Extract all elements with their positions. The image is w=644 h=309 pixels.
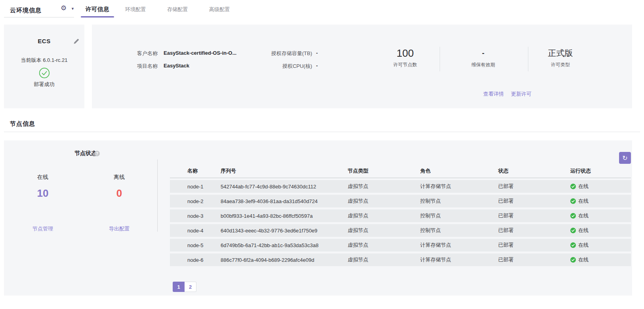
node-status-panel: 节点状态 ? 在线 10 离线 0 节点管理 导出配置 ↻ 名称 序列号 节点类… — [4, 140, 632, 296]
table-row: node-4 640d1343-eeec-4b32-9776-3ed6e1f75… — [170, 224, 631, 237]
cloud-env-screen: 云环境信息 ⚙ ▼ 许可信息 环境配置 存储配置 高级配置 ECS 当前版本 6… — [0, 0, 644, 309]
table-row: node-5 6d749b5b-6a71-42bb-ab1c-9a53da53c… — [170, 239, 631, 251]
help-icon[interactable]: ? — [94, 151, 100, 156]
col-serial: 序列号 — [221, 167, 348, 175]
field-label-customer: 客户名称 — [106, 50, 158, 57]
view-details-link[interactable]: 查看详情 — [483, 90, 504, 98]
online-status-icon — [570, 257, 576, 263]
refresh-button[interactable]: ↻ — [619, 152, 631, 164]
online-status-icon — [570, 228, 576, 233]
field-label-project: 项目名称 — [106, 63, 158, 70]
product-name: ECS — [4, 38, 84, 44]
stat-maintenance-validity: - 维保有效期 — [452, 48, 515, 68]
license-panel: 客户名称 EasyStack-certified-OS-in-O... 授权存储… — [92, 25, 632, 108]
field-label-storage-capacity: 授权存储容量(TB) — [253, 50, 312, 57]
refresh-icon: ↻ — [622, 154, 627, 162]
current-version: 当前版本 6.0.1-rc.21 — [4, 57, 84, 64]
success-check-icon — [4, 67, 84, 79]
tab-advanced-config[interactable]: 高级配置 — [204, 0, 234, 19]
page-button-2[interactable]: 2 — [185, 282, 196, 292]
node-info-title: 节点信息 — [10, 120, 35, 128]
table-header: 名称 序列号 节点类型 角色 状态 运行状态 — [170, 164, 631, 178]
node-status-title: 节点状态 — [74, 150, 97, 157]
field-value-cpu: - — [316, 63, 318, 69]
tab-license-info[interactable]: 许可信息 — [81, 0, 114, 19]
offline-count-block: 离线 0 — [99, 174, 139, 200]
tab-bar: 许可信息 环境配置 存储配置 高级配置 — [81, 0, 234, 19]
col-role: 角色 — [420, 167, 498, 175]
caret-down-icon[interactable]: ▼ — [71, 7, 74, 11]
export-config-link[interactable]: 导出配置 — [99, 225, 139, 232]
table-row: node-1 542744ab-fc77-4c9d-88eb-9c74630dc… — [170, 180, 631, 193]
tab-env-config[interactable]: 环境配置 — [120, 0, 151, 19]
table-row: node-2 84aea738-3ef9-4036-81aa-da31d540d… — [170, 195, 631, 207]
node-manage-link[interactable]: 节点管理 — [23, 225, 63, 232]
vertical-divider — [157, 159, 158, 232]
field-value-storage-capacity: - — [316, 50, 318, 56]
pagination: 1 2 — [173, 282, 196, 292]
license-links: 查看详情 更新许可 — [483, 90, 532, 98]
stat-divider — [528, 47, 528, 71]
title-divider — [4, 17, 74, 17]
tab-storage-config[interactable]: 存储配置 — [162, 0, 192, 19]
online-status-icon — [570, 213, 576, 219]
stat-licensed-nodes: 100 许可节点数 — [373, 48, 437, 68]
online-status-icon — [570, 184, 576, 189]
col-running-status: 运行状态 — [570, 167, 631, 175]
table-row: node-3 b00bf933-1e41-4a93-82bc-86ffcf505… — [170, 209, 631, 222]
section-divider — [4, 132, 640, 132]
col-status: 状态 — [498, 167, 570, 175]
edit-icon[interactable] — [73, 38, 80, 44]
product-card: ECS 当前版本 6.0.1-rc.21 部署成功 — [4, 25, 84, 108]
field-label-cpu: 授权CPU(核) — [253, 63, 312, 70]
stat-license-type: 正式版 许可类型 — [529, 48, 592, 68]
offline-count: 0 — [99, 187, 139, 200]
online-count-block: 在线 10 — [23, 174, 63, 200]
offline-label: 离线 — [99, 174, 139, 181]
table-row: node-6 886c77f0-6f2a-4094-b689-2296afc4e… — [170, 253, 631, 266]
online-count: 10 — [23, 187, 63, 200]
online-label: 在线 — [23, 174, 63, 181]
col-name: 名称 — [187, 167, 221, 175]
online-status-icon — [570, 198, 576, 204]
page-title: 云环境信息 — [10, 7, 42, 14]
gear-icon[interactable]: ⚙ — [61, 4, 67, 12]
node-table: 名称 序列号 节点类型 角色 状态 运行状态 node-1 542744ab-f… — [170, 164, 631, 266]
online-status-icon — [570, 242, 576, 248]
deploy-status-text: 部署成功 — [4, 81, 84, 88]
update-license-link[interactable]: 更新许可 — [511, 90, 532, 98]
field-value-project: EasyStack — [164, 63, 189, 69]
col-node-type: 节点类型 — [348, 167, 420, 175]
page-button-1[interactable]: 1 — [173, 282, 185, 292]
stat-divider — [440, 47, 440, 71]
field-value-customer: EasyStack-certified-OS-in-O... — [164, 50, 236, 56]
